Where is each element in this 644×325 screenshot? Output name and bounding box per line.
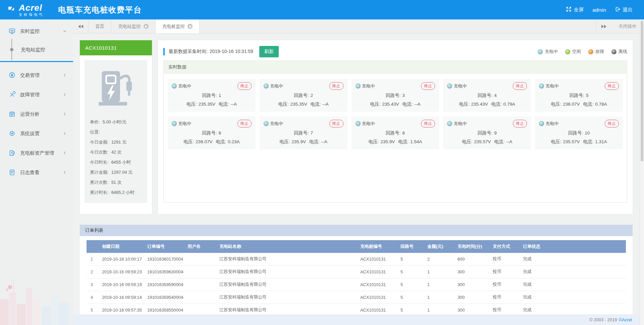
stat-label: 累计时长: <box>90 189 109 196</box>
current-value: --A <box>506 139 512 144</box>
voltage-value: 235.43V <box>471 102 488 107</box>
fault-dot-icon <box>588 49 593 54</box>
stop-button[interactable]: 终止 <box>605 82 619 90</box>
sidebar: 实时监控 充电站监控 交易管理 <box>0 19 73 325</box>
current-label: 电流: <box>216 139 226 144</box>
sidebar-item-fault[interactable]: 故障管理 <box>0 85 73 104</box>
device-stat-row: 今日金额: 1291 元 <box>85 137 147 147</box>
circuit-line: 回路号:2 <box>264 93 343 99</box>
tab-close-icon[interactable] <box>144 24 149 29</box>
stop-button[interactable]: 终止 <box>329 82 343 90</box>
cell-station-name: 江苏安科瑞制造有限公司 <box>215 278 356 291</box>
sidebar-item-analysis[interactable]: 运营分析 <box>0 104 73 124</box>
channel-status: 充电中 <box>270 121 283 127</box>
channel-card: 充电中 终止 回路号:6 电压:236.07V电流:0.23A <box>168 116 256 149</box>
sidebar-item-settings[interactable]: 系统设置 <box>0 124 73 143</box>
close-operations-button[interactable]: 关闭操作 <box>611 19 644 33</box>
circuit-number: 7 <box>311 130 313 136</box>
sidebar-item-realtime-monitor[interactable]: 实时监控 <box>0 21 73 41</box>
channel-card: 充电中 终止 回路号:1 电压:235.35V电流:--A <box>168 79 256 112</box>
row-index: 2 <box>87 266 98 278</box>
electrical-line: 电压:236.07V电流:0.23A <box>172 139 252 145</box>
current-value: 0.79A <box>503 102 515 107</box>
cell-pay-method: 投币 <box>489 266 519 278</box>
sidebar-item-transaction[interactable]: 交易管理 <box>0 65 73 85</box>
tab-bar: 首页 充电站监控 充电桩监控 关闭操作 <box>73 19 644 34</box>
fullscreen-button[interactable]: 全屏 <box>563 5 586 14</box>
table-row[interactable]: 1 2019-10-16 10:00:17 1910163601700047 江… <box>87 253 626 266</box>
tab-close-icon[interactable] <box>187 24 193 29</box>
table-row[interactable]: 4 2019-10-16 09:59:14 1910163595400044 江… <box>87 291 626 304</box>
legend-fault: 故障 <box>588 49 604 55</box>
tabs-scroll-left-button[interactable] <box>73 19 89 33</box>
current-label: 电流: <box>309 139 320 144</box>
stop-button[interactable]: 终止 <box>513 82 527 90</box>
stop-button[interactable]: 终止 <box>513 120 527 127</box>
voltage-value: 235.9V <box>291 139 306 144</box>
voltage-value: 235.57V <box>563 139 580 144</box>
cell-circuit: 5 <box>396 253 423 266</box>
section-accent-bar <box>163 48 165 55</box>
cell-pile-id: ACX1010131 <box>356 278 396 291</box>
circuit-number: 1 <box>219 93 221 98</box>
sidebar-subitem-label: 充电站监控 <box>21 47 45 53</box>
channel-status: 充电中 <box>362 121 375 127</box>
charging-pile-illustration-icon <box>85 69 147 108</box>
stat-value: 42 次 <box>111 149 122 155</box>
column-header: 订单状态 <box>519 240 626 253</box>
channel-status-dot-icon <box>539 121 544 126</box>
sidebar-item-logs[interactable]: 日志查看 <box>0 163 73 182</box>
current-value: --A <box>321 139 327 144</box>
electrical-line: 电压:235.43V电流:0.79A <box>447 101 527 107</box>
stop-button[interactable]: 终止 <box>421 120 435 127</box>
cell-pay-method: 投币 <box>489 253 519 266</box>
stop-button[interactable]: 终止 <box>237 120 252 127</box>
stat-value: 5.00 小时/元 <box>103 119 127 125</box>
acrel-logo-icon <box>7 5 16 14</box>
current-label: 电流: <box>491 102 502 107</box>
sidebar-item-charging-station-monitor[interactable]: 充电站监控 <box>0 41 73 58</box>
settings-gear-icon <box>9 130 15 137</box>
refresh-button[interactable]: 刷新 <box>259 46 279 57</box>
stop-button[interactable]: 终止 <box>329 120 343 127</box>
cell-order-number: 1910163595900045 <box>143 278 183 291</box>
index-column-header <box>87 240 98 253</box>
scrollbar-thumb[interactable] <box>641 20 643 161</box>
cell-create-date: 2019-10-16 10:00:17 <box>98 253 143 266</box>
column-header: 充电时间(分) <box>453 240 489 253</box>
cell-pile-id: ACX1010131 <box>356 266 396 278</box>
analysis-calendar-icon <box>9 111 15 117</box>
offline-dot-icon <box>611 49 616 54</box>
cell-amount: 2 <box>423 253 453 266</box>
electrical-line: 电压:235.35V电流:--A <box>172 101 252 107</box>
vertical-scrollbar[interactable] <box>640 19 644 325</box>
table-row[interactable]: 2 2019-10-16 09:59:23 1910163596300046 江… <box>87 266 626 278</box>
device-stat-row: 累计次数: 51 次 <box>85 177 147 187</box>
chevron-left-icon <box>62 131 67 136</box>
stop-button[interactable]: 终止 <box>421 82 435 90</box>
stop-button[interactable]: 终止 <box>237 82 252 90</box>
channel-status: 充电中 <box>453 83 467 89</box>
voltage-value: 236.07V <box>196 139 212 144</box>
channel-status: 充电中 <box>545 121 558 127</box>
sidebar-item-pile-assets[interactable]: 充电桩资产管理 <box>0 143 73 163</box>
tab-pile-monitor[interactable]: 充电桩监控 <box>156 19 200 33</box>
user-menu[interactable]: admin <box>590 6 609 14</box>
logout-button[interactable]: 退出 <box>612 5 635 14</box>
tab-station-monitor[interactable]: 充电站监控 <box>111 19 156 33</box>
cell-circuit: 5 <box>396 291 423 304</box>
stat-value: 6455 小时 <box>111 159 131 165</box>
voltage-label: 电压: <box>369 139 379 144</box>
footer-brand-link[interactable]: ©Acrel <box>619 317 632 322</box>
current-value: 1.31A <box>595 139 607 144</box>
table-row[interactable]: 3 2019-10-16 09:59:19 1910163595900045 江… <box>87 278 626 291</box>
stop-button[interactable]: 终止 <box>605 120 619 127</box>
tab-home[interactable]: 首页 <box>89 19 111 33</box>
current-value: 0.78A <box>595 102 607 107</box>
current-value: --A <box>414 102 420 107</box>
cell-order-status: 完成 <box>519 253 626 266</box>
tabs-scroll-right-button[interactable] <box>596 19 611 33</box>
channel-card: 充电中 终止 回路号:10 电压:235.57V电流:1.31A <box>535 116 623 149</box>
circuit-number: 8 <box>402 130 405 136</box>
electrical-line: 电压:235.57V电流:1.31A <box>539 139 619 145</box>
